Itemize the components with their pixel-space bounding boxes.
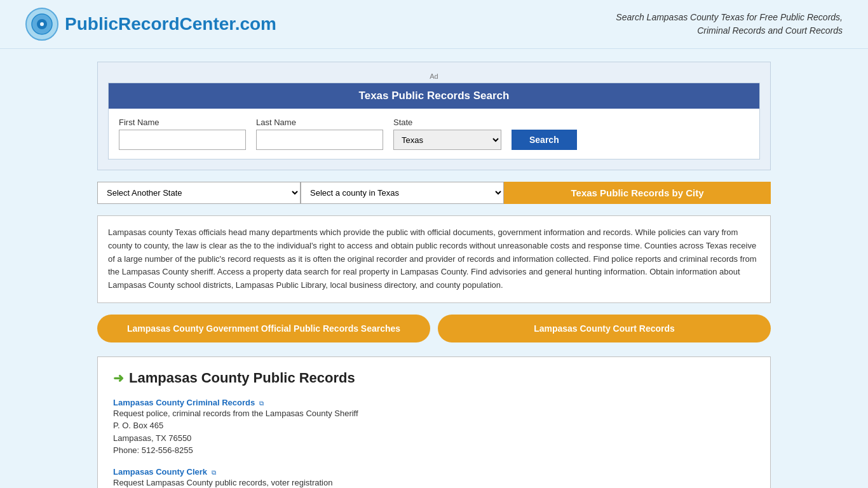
site-logo-text: PublicRecordCenter.com	[65, 14, 276, 34]
svg-point-3	[40, 22, 44, 26]
external-link-icon-0: ⧉	[259, 400, 264, 407]
last-name-group: Last Name	[256, 118, 383, 150]
clerk-desc: Request Lampasas County public records, …	[113, 477, 755, 488]
ad-section: Ad Texas Public Records Search First Nam…	[97, 62, 771, 170]
clerk-link[interactable]: Lampasas County Clerk	[113, 467, 207, 477]
search-form-fields: First Name Last Name State Texas Search	[119, 118, 749, 150]
first-name-label: First Name	[119, 118, 246, 127]
search-box-title: Texas Public Records Search	[109, 83, 759, 109]
court-records-button[interactable]: Lampasas County Court Records	[438, 315, 771, 342]
record-entry-clerk: Lampasas County Clerk ⧉ Request Lampasas…	[113, 467, 755, 488]
description-box: Lampasas county Texas officials head man…	[97, 215, 771, 303]
criminal-records-link[interactable]: Lampasas County Criminal Records	[113, 398, 255, 407]
search-button[interactable]: Search	[512, 130, 577, 150]
action-buttons: Lampasas County Government Official Publ…	[97, 315, 771, 342]
site-header: PublicRecordCenter.com Search Lampasas C…	[0, 0, 868, 49]
record-entry-criminal: Lampasas County Criminal Records ⧉ Reque…	[113, 398, 755, 457]
records-title: ➜ Lampasas County Public Records	[113, 370, 755, 386]
state-group: State Texas	[393, 118, 501, 150]
site-logo-icon	[25, 8, 58, 41]
first-name-group: First Name	[119, 118, 246, 150]
criminal-records-desc: Request police, criminal records from th…	[113, 407, 755, 457]
state-label: State	[393, 118, 501, 127]
records-title-text: Lampasas County Public Records	[129, 370, 355, 386]
first-name-input[interactable]	[119, 130, 246, 150]
last-name-label: Last Name	[256, 118, 383, 127]
header-tagline: Search Lampasas County Texas for Free Pu…	[601, 11, 843, 37]
dropdowns-row: Select Another State Select a county in …	[97, 182, 771, 204]
govt-records-button[interactable]: Lampasas County Government Official Publ…	[97, 315, 430, 342]
search-box: Texas Public Records Search First Name L…	[108, 83, 760, 159]
description-text: Lampasas county Texas officials head man…	[108, 226, 760, 292]
search-form: First Name Last Name State Texas Search	[109, 109, 759, 159]
last-name-input[interactable]	[256, 130, 383, 150]
state-select-form[interactable]: Texas	[393, 130, 501, 150]
county-dropdown[interactable]: Select a county in Texas	[301, 182, 504, 204]
records-section: ➜ Lampasas County Public Records Lampasa…	[97, 356, 771, 488]
ad-label: Ad	[108, 72, 760, 80]
logo-area: PublicRecordCenter.com	[25, 8, 276, 41]
external-link-icon-1: ⧉	[212, 469, 216, 476]
main-container: Ad Texas Public Records Search First Nam…	[85, 62, 783, 488]
state-dropdown[interactable]: Select Another State	[97, 182, 301, 204]
arrow-icon: ➜	[113, 370, 124, 386]
city-records-button[interactable]: Texas Public Records by City	[504, 182, 771, 204]
